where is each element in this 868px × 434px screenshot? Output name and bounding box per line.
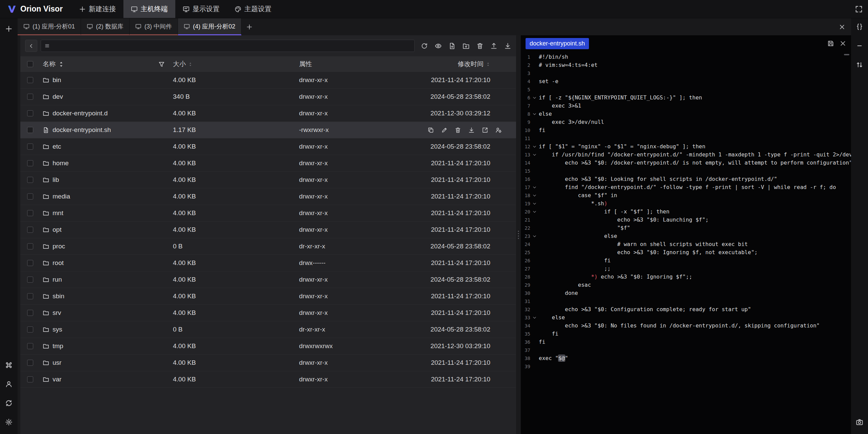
editor-close-button[interactable]	[840, 40, 846, 47]
row-edit-button[interactable]	[441, 127, 448, 133]
table-row[interactable]: sbin4.00 KBdrwxr-xr-x2021-11-24 17:20:10	[20, 288, 516, 305]
fold-chevron-icon[interactable]	[530, 183, 539, 191]
select-all-checkbox[interactable]	[27, 61, 33, 67]
table-row[interactable]: home4.00 KBdrwxr-xr-x2021-11-24 17:20:10	[20, 155, 516, 172]
table-row[interactable]: media4.00 KBdrwxr-xr-x2021-11-24 17:20:1…	[20, 188, 516, 205]
code-text[interactable]: exec "$@"	[539, 354, 568, 362]
fold-chevron-icon[interactable]	[530, 208, 539, 216]
code-text[interactable]: find "/docker-entrypoint.d/" -follow -ty…	[539, 183, 836, 191]
code-text[interactable]: else	[539, 314, 565, 322]
row-checkbox[interactable]	[27, 227, 33, 233]
shortcut-keys-button[interactable]	[3, 359, 15, 371]
row-checkbox[interactable]	[27, 110, 33, 116]
code-text[interactable]: echo >&3 "$0: Configuration complete; re…	[539, 305, 751, 314]
code-text[interactable]: *) echo >&3 "$0: Ignoring $f";;	[539, 273, 692, 281]
fold-chevron-icon[interactable]	[530, 191, 539, 200]
row-checkbox[interactable]	[27, 243, 33, 249]
code-text[interactable]: echo >&3 "$0: Launching $f";	[539, 216, 709, 224]
scrollbar-thumb[interactable]	[844, 54, 849, 55]
menu-item-theme-settings[interactable]: 主题设置	[227, 0, 279, 18]
code-text[interactable]: fi	[539, 126, 545, 134]
row-delete-button[interactable]	[455, 127, 461, 133]
terminal-tab-3[interactable]: (3) 中间件	[130, 18, 178, 35]
row-download-button[interactable]	[468, 127, 475, 133]
editor-save-button[interactable]	[827, 40, 834, 47]
collapse-button[interactable]	[854, 40, 865, 52]
table-row[interactable]: dev340 Bdrwxr-xr-x2024-05-28 23:58:02	[20, 89, 516, 105]
table-row[interactable]: etc4.00 KBdrwxr-xr-x2024-05-28 23:58:02	[20, 138, 516, 155]
table-row[interactable]: bin4.00 KBdrwxr-xr-x2021-11-24 17:20:10	[20, 72, 516, 89]
row-copy-button[interactable]	[428, 127, 434, 133]
table-row[interactable]: mnt4.00 KBdrwxr-xr-x2021-11-24 17:20:10	[20, 205, 516, 222]
column-header-name[interactable]: 名称	[43, 60, 64, 69]
code-text[interactable]: if [ -z "${NGINX_ENTRYPOINT_QUIET_LOGS:-…	[539, 94, 702, 102]
table-row[interactable]: opt4.00 KBdrwxr-xr-x2021-11-24 17:20:10	[20, 222, 516, 238]
table-row[interactable]: docker-entrypoint.d4.00 KBdrwxr-xr-x2021…	[20, 105, 516, 122]
fullscreen-button[interactable]	[850, 0, 868, 18]
code-text[interactable]: exec 3>&1	[539, 102, 581, 110]
row-checkbox[interactable]	[27, 293, 33, 299]
table-row[interactable]: var4.00 KBdrwxr-xr-x2021-11-24 17:20:10	[20, 371, 516, 388]
row-checkbox[interactable]	[27, 177, 33, 183]
open-file-tab[interactable]: docker-entrypoint.sh	[526, 38, 589, 49]
code-text[interactable]: fi	[539, 338, 545, 346]
terminal-tab-4[interactable]: (4) 应用-分析02	[178, 18, 241, 35]
code-text[interactable]: set -e	[539, 77, 558, 86]
table-row[interactable]: lib4.00 KBdrwxr-xr-x2021-11-24 17:20:10	[20, 172, 516, 188]
variables-button[interactable]	[854, 21, 865, 33]
row-checkbox[interactable]	[27, 326, 33, 333]
table-row[interactable]: tmp4.00 KBdrwxrwxrwx2021-12-30 03:29:10	[20, 338, 516, 355]
refresh-button[interactable]	[421, 42, 428, 50]
panel-splitter[interactable]	[516, 35, 521, 434]
user-button[interactable]	[3, 378, 15, 390]
download-button[interactable]	[504, 42, 511, 50]
code-text[interactable]: fi	[539, 330, 558, 338]
add-terminal-button[interactable]	[3, 23, 15, 35]
row-checkbox[interactable]	[27, 77, 33, 83]
settings-button[interactable]	[3, 416, 15, 428]
table-row[interactable]: docker-entrypoint.sh1.17 KB-rwxrwxr-x	[20, 122, 516, 138]
fold-chevron-icon[interactable]	[530, 151, 539, 159]
code-text[interactable]: esac	[539, 281, 591, 289]
fold-chevron-icon[interactable]	[530, 314, 539, 322]
code-text[interactable]: if [ -x "$f" ]; then	[539, 208, 669, 216]
column-header-size[interactable]: 大小	[173, 60, 193, 69]
screenshot-button[interactable]	[854, 416, 865, 428]
table-row[interactable]: proc0 Bdr-xr-xr-x2024-05-28 23:58:02	[20, 238, 516, 255]
table-row[interactable]: usr4.00 KBdrwxr-xr-x2021-11-24 17:20:10	[20, 355, 516, 371]
table-row[interactable]: root4.00 KBdrwx------2021-11-24 17:20:10	[20, 255, 516, 271]
new-tab-button[interactable]	[241, 18, 257, 35]
code-text[interactable]: "$f"	[539, 224, 630, 232]
row-checkbox[interactable]	[27, 94, 33, 100]
line-order-button[interactable]	[854, 59, 865, 71]
row-checkbox[interactable]	[27, 277, 33, 283]
terminal-tab-2[interactable]: (2) 数据库	[81, 18, 130, 35]
fold-chevron-icon[interactable]	[530, 200, 539, 208]
row-checkbox[interactable]	[27, 210, 33, 216]
code-text[interactable]: echo >&3 "$0: No files found in /docker-…	[539, 322, 820, 330]
terminal-tab-1[interactable]: (1) 应用-分析01	[18, 18, 81, 35]
row-checkbox[interactable]	[27, 160, 33, 166]
row-checkbox[interactable]	[27, 127, 33, 133]
tabbar-close-button[interactable]	[833, 18, 851, 35]
brand[interactable]: Orion Visor	[0, 0, 72, 18]
code-text[interactable]: echo >&3 "$0: Ignoring $f, not executabl…	[539, 248, 757, 257]
path-input[interactable]	[53, 42, 411, 50]
row-checkbox[interactable]	[27, 360, 33, 366]
row-checkbox[interactable]	[27, 193, 33, 200]
row-permission-button[interactable]	[495, 127, 502, 133]
code-text[interactable]: ;;	[539, 265, 611, 273]
table-row[interactable]: run4.00 KBdrwxr-xr-x2024-05-28 23:58:02	[20, 271, 516, 288]
fold-chevron-icon[interactable]	[530, 232, 539, 240]
menu-item-host-terminal[interactable]: 主机终端	[123, 0, 175, 18]
code-text[interactable]: # warn on shell scripts without exec bit	[539, 240, 748, 248]
menu-item-new-connection[interactable]: 新建连接	[72, 0, 123, 18]
code-text[interactable]: # vim:sw=4:ts=4:et	[539, 61, 597, 69]
code-text[interactable]: else	[539, 110, 552, 118]
code-text[interactable]: *.sh)	[539, 200, 607, 208]
code-area[interactable]: 1#!/bin/sh2# vim:sw=4:ts=4:et34set -e56i…	[521, 52, 851, 434]
table-row[interactable]: sys0 Bdr-xr-xr-x2024-05-28 23:58:02	[20, 321, 516, 338]
code-text[interactable]: if [ "$1" = "nginx" -o "$1" = "nginx-deb…	[539, 143, 705, 151]
row-checkbox[interactable]	[27, 310, 33, 316]
back-button[interactable]	[25, 40, 37, 52]
